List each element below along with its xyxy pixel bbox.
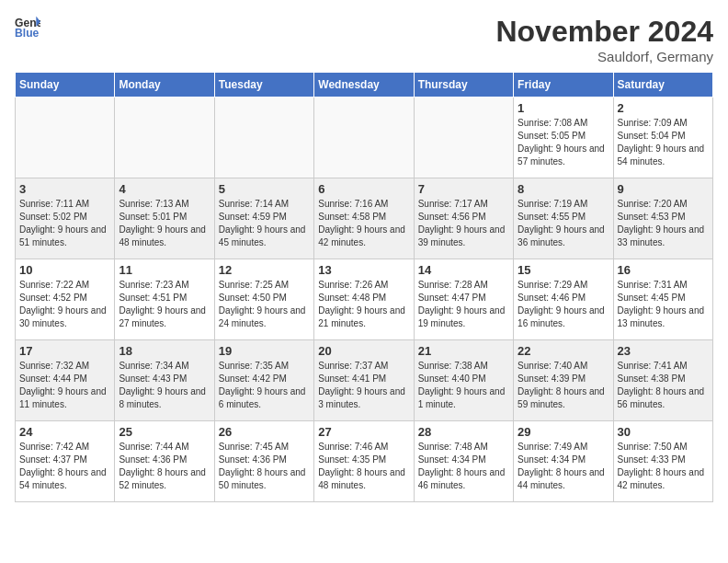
day-detail: Sunrise: 7:45 AM Sunset: 4:36 PM Dayligh… xyxy=(219,441,310,492)
calendar-cell xyxy=(16,98,115,178)
calendar-week-1: 1Sunrise: 7:08 AM Sunset: 5:05 PM Daylig… xyxy=(16,98,713,178)
day-detail: Sunrise: 7:35 AM Sunset: 4:42 PM Dayligh… xyxy=(219,360,310,411)
calendar-cell: 30Sunrise: 7:50 AM Sunset: 4:33 PM Dayli… xyxy=(613,421,712,502)
day-number: 22 xyxy=(518,344,609,358)
day-detail: Sunrise: 7:49 AM Sunset: 4:34 PM Dayligh… xyxy=(518,441,609,492)
day-number: 10 xyxy=(19,263,110,277)
day-number: 12 xyxy=(219,263,310,277)
calendar-cell: 6Sunrise: 7:16 AM Sunset: 4:58 PM Daylig… xyxy=(314,178,414,259)
day-detail: Sunrise: 7:50 AM Sunset: 4:33 PM Dayligh… xyxy=(618,441,709,492)
calendar-body: 1Sunrise: 7:08 AM Sunset: 5:05 PM Daylig… xyxy=(16,98,713,502)
day-detail: Sunrise: 7:38 AM Sunset: 4:40 PM Dayligh… xyxy=(418,360,509,411)
day-detail: Sunrise: 7:40 AM Sunset: 4:39 PM Dayligh… xyxy=(518,360,609,411)
day-detail: Sunrise: 7:34 AM Sunset: 4:43 PM Dayligh… xyxy=(119,360,210,411)
calendar-cell: 27Sunrise: 7:46 AM Sunset: 4:35 PM Dayli… xyxy=(314,421,414,502)
day-header-saturday: Saturday xyxy=(613,73,712,98)
day-number: 23 xyxy=(618,344,709,358)
calendar-cell: 10Sunrise: 7:22 AM Sunset: 4:52 PM Dayli… xyxy=(16,259,115,340)
calendar-cell: 16Sunrise: 7:31 AM Sunset: 4:45 PM Dayli… xyxy=(613,259,712,340)
calendar-cell xyxy=(414,98,513,178)
day-detail: Sunrise: 7:37 AM Sunset: 4:41 PM Dayligh… xyxy=(318,360,409,411)
calendar-cell: 13Sunrise: 7:26 AM Sunset: 4:48 PM Dayli… xyxy=(314,259,414,340)
title-area: November 2024 Sauldorf, Germany xyxy=(495,15,713,64)
calendar-table: SundayMondayTuesdayWednesdayThursdayFrid… xyxy=(15,72,713,502)
day-number: 3 xyxy=(19,182,110,196)
day-number: 26 xyxy=(219,425,310,439)
calendar-cell: 26Sunrise: 7:45 AM Sunset: 4:36 PM Dayli… xyxy=(214,421,313,502)
calendar-cell: 4Sunrise: 7:13 AM Sunset: 5:01 PM Daylig… xyxy=(115,178,214,259)
calendar-week-3: 10Sunrise: 7:22 AM Sunset: 4:52 PM Dayli… xyxy=(16,259,713,340)
calendar-cell: 3Sunrise: 7:11 AM Sunset: 5:02 PM Daylig… xyxy=(16,178,115,259)
day-number: 17 xyxy=(19,344,110,358)
day-detail: Sunrise: 7:46 AM Sunset: 4:35 PM Dayligh… xyxy=(318,441,409,492)
day-detail: Sunrise: 7:28 AM Sunset: 4:47 PM Dayligh… xyxy=(418,279,509,330)
day-number: 18 xyxy=(119,344,210,358)
calendar-cell xyxy=(214,98,313,178)
day-number: 6 xyxy=(318,182,409,196)
calendar-cell: 12Sunrise: 7:25 AM Sunset: 4:50 PM Dayli… xyxy=(214,259,313,340)
day-number: 15 xyxy=(518,263,609,277)
day-detail: Sunrise: 7:48 AM Sunset: 4:34 PM Dayligh… xyxy=(418,441,509,492)
header: General Blue November 2024 Sauldorf, Ger… xyxy=(15,15,713,64)
day-detail: Sunrise: 7:31 AM Sunset: 4:45 PM Dayligh… xyxy=(618,279,709,330)
day-number: 25 xyxy=(119,425,210,439)
day-header-tuesday: Tuesday xyxy=(214,73,313,98)
svg-text:Blue: Blue xyxy=(15,27,40,40)
day-number: 16 xyxy=(618,263,709,277)
calendar-cell: 25Sunrise: 7:44 AM Sunset: 4:36 PM Dayli… xyxy=(115,421,214,502)
day-detail: Sunrise: 7:44 AM Sunset: 4:36 PM Dayligh… xyxy=(119,441,210,492)
day-detail: Sunrise: 7:22 AM Sunset: 4:52 PM Dayligh… xyxy=(19,279,110,330)
calendar-cell: 20Sunrise: 7:37 AM Sunset: 4:41 PM Dayli… xyxy=(314,340,414,421)
day-number: 19 xyxy=(219,344,310,358)
day-detail: Sunrise: 7:29 AM Sunset: 4:46 PM Dayligh… xyxy=(518,279,609,330)
day-detail: Sunrise: 7:26 AM Sunset: 4:48 PM Dayligh… xyxy=(318,279,409,330)
day-number: 4 xyxy=(119,182,210,196)
day-number: 27 xyxy=(318,425,409,439)
calendar-cell: 23Sunrise: 7:41 AM Sunset: 4:38 PM Dayli… xyxy=(613,340,712,421)
calendar-week-2: 3Sunrise: 7:11 AM Sunset: 5:02 PM Daylig… xyxy=(16,178,713,259)
day-number: 24 xyxy=(19,425,110,439)
day-detail: Sunrise: 7:08 AM Sunset: 5:05 PM Dayligh… xyxy=(518,117,609,168)
day-header-thursday: Thursday xyxy=(414,73,513,98)
logo-icon: General Blue xyxy=(15,15,40,40)
day-number: 2 xyxy=(618,101,709,115)
calendar-cell: 7Sunrise: 7:17 AM Sunset: 4:56 PM Daylig… xyxy=(414,178,513,259)
calendar-cell: 1Sunrise: 7:08 AM Sunset: 5:05 PM Daylig… xyxy=(514,98,613,178)
day-header-wednesday: Wednesday xyxy=(314,73,414,98)
day-detail: Sunrise: 7:41 AM Sunset: 4:38 PM Dayligh… xyxy=(618,360,709,411)
calendar-cell: 29Sunrise: 7:49 AM Sunset: 4:34 PM Dayli… xyxy=(514,421,613,502)
calendar-cell: 2Sunrise: 7:09 AM Sunset: 5:04 PM Daylig… xyxy=(613,98,712,178)
day-number: 11 xyxy=(119,263,210,277)
day-number: 21 xyxy=(418,344,509,358)
day-detail: Sunrise: 7:09 AM Sunset: 5:04 PM Dayligh… xyxy=(618,117,709,168)
day-number: 7 xyxy=(418,182,509,196)
day-number: 30 xyxy=(618,425,709,439)
day-number: 5 xyxy=(219,182,310,196)
day-detail: Sunrise: 7:13 AM Sunset: 5:01 PM Dayligh… xyxy=(119,198,210,249)
calendar-cell: 21Sunrise: 7:38 AM Sunset: 4:40 PM Dayli… xyxy=(414,340,513,421)
calendar-cell xyxy=(115,98,214,178)
day-detail: Sunrise: 7:25 AM Sunset: 4:50 PM Dayligh… xyxy=(219,279,310,330)
calendar-cell: 28Sunrise: 7:48 AM Sunset: 4:34 PM Dayli… xyxy=(414,421,513,502)
calendar-cell xyxy=(314,98,414,178)
day-detail: Sunrise: 7:11 AM Sunset: 5:02 PM Dayligh… xyxy=(19,198,110,249)
calendar-cell: 9Sunrise: 7:20 AM Sunset: 4:53 PM Daylig… xyxy=(613,178,712,259)
day-detail: Sunrise: 7:19 AM Sunset: 4:55 PM Dayligh… xyxy=(518,198,609,249)
day-detail: Sunrise: 7:32 AM Sunset: 4:44 PM Dayligh… xyxy=(19,360,110,411)
location-subtitle: Sauldorf, Germany xyxy=(495,49,713,64)
month-title: November 2024 xyxy=(495,15,713,49)
day-detail: Sunrise: 7:17 AM Sunset: 4:56 PM Dayligh… xyxy=(418,198,509,249)
day-number: 29 xyxy=(518,425,609,439)
day-header-friday: Friday xyxy=(514,73,613,98)
day-number: 14 xyxy=(418,263,509,277)
logo: General Blue xyxy=(15,15,40,40)
day-header-monday: Monday xyxy=(115,73,214,98)
calendar-cell: 14Sunrise: 7:28 AM Sunset: 4:47 PM Dayli… xyxy=(414,259,513,340)
day-detail: Sunrise: 7:14 AM Sunset: 4:59 PM Dayligh… xyxy=(219,198,310,249)
calendar-week-4: 17Sunrise: 7:32 AM Sunset: 4:44 PM Dayli… xyxy=(16,340,713,421)
day-detail: Sunrise: 7:16 AM Sunset: 4:58 PM Dayligh… xyxy=(318,198,409,249)
calendar-cell: 22Sunrise: 7:40 AM Sunset: 4:39 PM Dayli… xyxy=(514,340,613,421)
calendar-cell: 17Sunrise: 7:32 AM Sunset: 4:44 PM Dayli… xyxy=(16,340,115,421)
day-detail: Sunrise: 7:23 AM Sunset: 4:51 PM Dayligh… xyxy=(119,279,210,330)
day-detail: Sunrise: 7:20 AM Sunset: 4:53 PM Dayligh… xyxy=(618,198,709,249)
